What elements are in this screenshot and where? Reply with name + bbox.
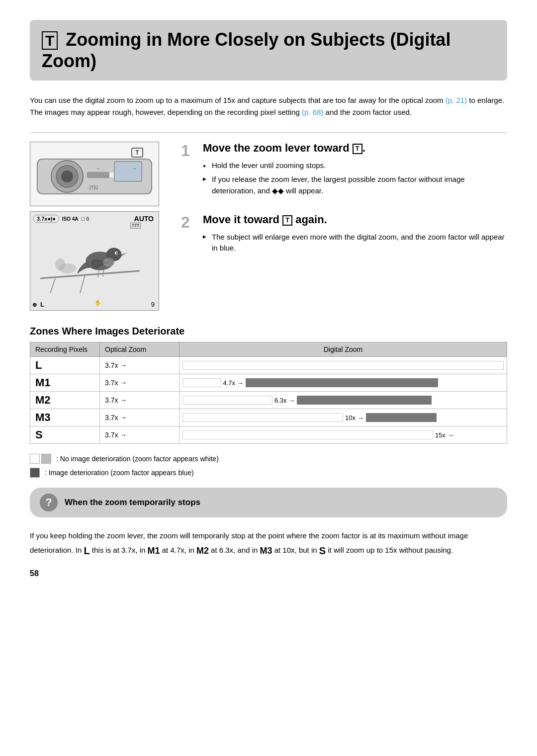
table-row-M2: M2 3.7x → 6.3x → [30,392,507,409]
cell-pixel-M1: M1 [30,374,100,392]
vf-hud-top: 3.7x●|● ISO 4A □ ô AUTO [33,215,156,223]
cell-digital-M1: 4.7x → [179,374,507,392]
step-1: 1 Move the zoom lever toward T. Hold the… [181,142,507,199]
svg-rect-8 [114,162,142,181]
steps-section: T ← → · [T]Q 3.7x●|● ISO 4A □ ô AUTO 777 [30,142,507,311]
vf-corner-L: ⊕ [32,300,37,308]
step-2-bullets: The subject will enlarge even more with … [203,232,507,254]
cell-pixel-S: S [30,426,100,444]
svg-point-3 [61,170,73,182]
cell-optical-M1: 3.7x → [100,374,179,392]
svg-point-19 [116,252,118,254]
link-p68[interactable]: (p. 68) [302,108,323,116]
cell-pixel-M3: M3 [30,409,100,426]
col-header-optical: Optical Zoom [100,342,179,357]
section-divider [30,132,507,133]
step-1-title: Move the zoom lever toward T. [203,142,507,155]
table-row-S: S 3.7x → 15x → [30,426,507,444]
table-row-M1: M1 3.7x → 4.7x → [30,374,507,392]
tip-title: When the zoom temporarily stops [65,498,200,507]
bar-label-M3: 10x → [345,414,364,421]
step-2-bullet-1: The subject will enlarge even more with … [203,232,507,254]
step-1-bullet-2: If you release the zoom lever, the large… [203,174,507,196]
legend-box-light [41,454,51,464]
bar-white-M1 [182,378,221,387]
cell-pixel-M2: M2 [30,392,100,409]
step-1-bullet-1: Hold the lever until zooming stops. [203,160,507,171]
svg-text:→: → [132,166,137,171]
step-2-title: Move it toward T again. [203,213,507,226]
tele-icon-step2: T [282,215,292,226]
legend-boxes-2 [30,468,40,478]
zoom-table: Recording Pixels Optical Zoom Digital Zo… [30,342,507,444]
col-header-digital: Digital Zoom [179,342,507,357]
bar-white-S [182,430,433,439]
cell-pixel-L: L [30,357,100,374]
svg-marker-17 [121,252,127,256]
svg-point-24 [55,258,65,270]
tip-icon: ? [40,494,58,511]
bar-white-L [182,361,504,370]
step-2-number: 2 [181,213,196,256]
viewfinder-image: 3.7x●|● ISO 4A □ ô AUTO 777 [30,211,159,311]
svg-text:· [T]Q: · [T]Q [87,185,98,190]
pixel-label-M2: M2 [196,546,209,556]
step-2: 2 Move it toward T again. The subject wi… [181,213,507,256]
intro-paragraph: You can use the digital zoom to zoom up … [30,94,507,118]
bar-white-M3 [182,413,343,422]
steps-column: 1 Move the zoom lever toward T. Hold the… [181,142,507,311]
step-2-content: Move it toward T again. The subject will… [203,213,507,256]
legend-box-dark [30,468,40,478]
vf-hand-icon: ✋ [94,300,101,306]
step-1-number: 1 [181,142,196,199]
bar-dark-M1 [246,378,439,387]
cell-digital-L [179,357,507,374]
pixel-label-L: L [84,545,90,556]
legend-item-2: : Image deterioration (zoom factor appea… [30,468,507,478]
bar-label-M2: 6.3x → [274,397,295,404]
cell-optical-S: 3.7x → [100,426,179,444]
bird-svg [40,224,140,293]
camera-top-svg: T ← → · [T]Q [32,144,157,204]
col-header-pixels: Recording Pixels [30,342,100,357]
cell-digital-M3: 10x → [179,409,507,426]
svg-line-20 [98,269,99,277]
vf-mode-icon: □ ô [82,216,90,222]
vf-zoom-badge: 3.7x●|● [33,215,59,223]
images-column: T ← → · [T]Q 3.7x●|● ISO 4A □ ô AUTO 777 [30,142,169,311]
legend-box-white [30,454,40,464]
tip-box: ? When the zoom temporarily stops [30,488,507,517]
cell-optical-L: 3.7x → [100,357,179,374]
legend-label-2: : Image deterioration (zoom factor appea… [45,469,194,477]
vf-corner-num: 9 [151,301,155,308]
legend-boxes-1 [30,454,51,464]
svg-line-14 [80,275,85,293]
step-1-bullets: Hold the lever until zooming stops. If y… [203,160,507,197]
page-title-box: T Zooming in More Closely on Subjects (D… [30,20,507,81]
bar-label-M1: 4.7x → [223,379,244,387]
bar-white-M2 [182,396,272,405]
legend-section: : No image deterioration (zoom factor ap… [30,454,507,478]
svg-rect-5 [87,172,109,178]
zones-title: Zones Where Images Deteriorate [30,326,507,337]
vf-L-label: L [40,301,44,308]
tele-icon-step1: T [353,144,362,154]
svg-line-13 [50,278,55,293]
vf-auto-label: AUTO [134,215,154,223]
page-title: T Zooming in More Closely on Subjects (D… [42,29,495,72]
page-number: 58 [30,569,507,578]
table-row-L: L 3.7x → [30,357,507,374]
table-row-M3: M3 3.7x → 10x → [30,409,507,426]
legend-item-1: : No image deterioration (zoom factor ap… [30,454,507,464]
svg-text:T: T [135,149,139,156]
tele-icon-title: T [42,31,58,50]
vf-iso-icon: ISO 4A [62,216,79,222]
cell-digital-M2: 6.3x → [179,392,507,409]
pixel-label-S: S [319,545,326,556]
svg-line-12 [40,271,140,278]
bar-label-S: 15x → [435,431,454,439]
pixel-label-M1: M1 [148,546,160,556]
link-p21[interactable]: (p. 21) [446,96,467,104]
bottom-paragraph: If you keep holding the zoom lever, the … [30,529,507,559]
legend-label-1: : No image deterioration (zoom factor ap… [56,455,219,463]
